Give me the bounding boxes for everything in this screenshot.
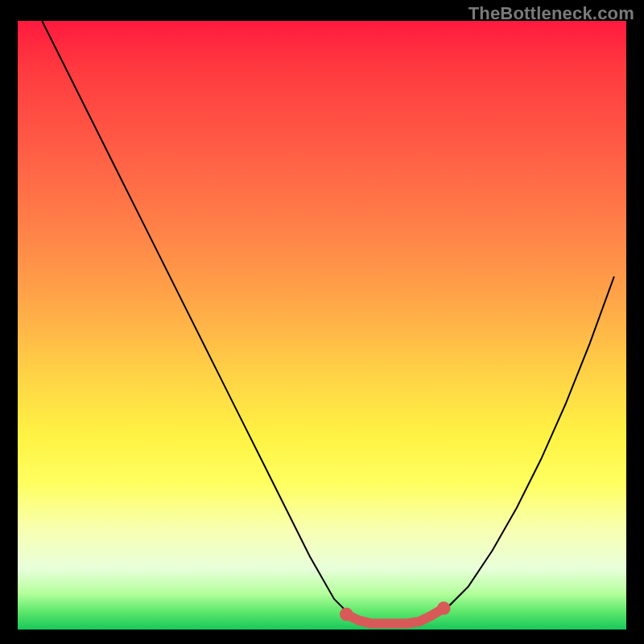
- optimal-zone-end-dot: [437, 601, 451, 615]
- optimal-zone-highlight: [346, 609, 444, 624]
- curve-svg: [18, 21, 626, 630]
- chart-frame: TheBottleneck.com: [0, 0, 644, 644]
- bottleneck-curve: [42, 21, 614, 623]
- plot-area: [18, 21, 626, 630]
- optimal-zone-start-dot: [340, 608, 353, 621]
